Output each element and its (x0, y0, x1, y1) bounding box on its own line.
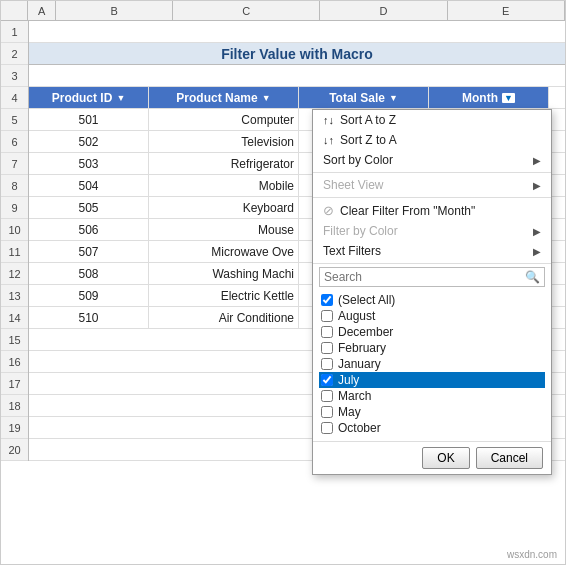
checkbox-item[interactable]: July (319, 372, 545, 388)
separator-2 (313, 197, 551, 198)
corner-cell (1, 1, 28, 20)
cell-id-501: 501 (29, 109, 149, 130)
row-num-4: 4 (1, 87, 28, 109)
separator-1 (313, 172, 551, 173)
cell-name-microwave: Microwave Ove (149, 241, 299, 262)
checkbox-input[interactable] (321, 390, 333, 402)
checkbox-label: January (338, 357, 381, 371)
cell-id-509: 509 (29, 285, 149, 306)
checkbox-item[interactable]: December (319, 324, 545, 340)
month-dropdown-arrow[interactable]: ▼ (502, 93, 515, 103)
row-num-6: 6 (1, 131, 28, 153)
filter-dropdown-menu: ↑↓ Sort A to Z ↓↑ Sort Z to A Sort by Co… (312, 109, 552, 475)
checkbox-item[interactable]: May (319, 404, 545, 420)
checkbox-item[interactable]: March (319, 388, 545, 404)
cell-id-502: 502 (29, 131, 149, 152)
checkbox-label: August (338, 309, 375, 323)
text-filters-label: Text Filters (323, 244, 381, 258)
cell-name-mobile: Mobile (149, 175, 299, 196)
column-headers: A B C D E (1, 1, 565, 21)
header-product-name: Product Name ▼ (149, 87, 299, 108)
search-box[interactable]: 🔍 (319, 267, 545, 287)
total-sale-dropdown-arrow[interactable]: ▼ (389, 93, 398, 103)
search-input[interactable] (320, 268, 521, 286)
checkbox-input[interactable] (321, 374, 333, 386)
header-product-id: Product ID ▼ (29, 87, 149, 108)
ok-button[interactable]: OK (422, 447, 469, 469)
watermark: wsxdn.com (507, 549, 557, 560)
col-header-e: E (448, 1, 566, 20)
sort-za-icon: ↓↑ (323, 134, 334, 146)
row-num-7: 7 (1, 153, 28, 175)
cancel-button[interactable]: Cancel (476, 447, 543, 469)
checkbox-label: (Select All) (338, 293, 395, 307)
sort-az-icon: ↑↓ (323, 114, 334, 126)
checkbox-input[interactable] (321, 406, 333, 418)
sort-by-color-arrow: ▶ (533, 155, 541, 166)
col-header-a: A (28, 1, 55, 20)
table-header-row: Product ID ▼ Product Name ▼ Total Sale ▼… (29, 87, 565, 109)
row-3 (29, 65, 565, 87)
cell-id-510: 510 (29, 307, 149, 328)
sheet-view-item[interactable]: Sheet View ▶ (313, 175, 551, 195)
cell-name-mouse: Mouse (149, 219, 299, 240)
cell-id-505: 505 (29, 197, 149, 218)
sheet-view-label: Sheet View (323, 178, 384, 192)
col-header-c: C (173, 1, 320, 20)
row-num-20: 20 (1, 439, 28, 461)
checkbox-input[interactable] (321, 342, 333, 354)
checkbox-label: February (338, 341, 386, 355)
checkbox-label: March (338, 389, 371, 403)
clear-filter-item[interactable]: ⊘ Clear Filter From "Month" (313, 200, 551, 221)
row-num-15: 15 (1, 329, 28, 351)
checkbox-item[interactable]: (Select All) (319, 292, 545, 308)
col-header-b: B (56, 1, 174, 20)
cell-name-refrigerator: Refrigerator (149, 153, 299, 174)
cell-id-507: 507 (29, 241, 149, 262)
sort-a-to-z-item[interactable]: ↑↓ Sort A to Z (313, 110, 551, 130)
filter-by-color-arrow: ▶ (533, 226, 541, 237)
row-num-8: 8 (1, 175, 28, 197)
checkbox-input[interactable] (321, 310, 333, 322)
checkbox-input[interactable] (321, 294, 333, 306)
spreadsheet: A B C D E 1 2 3 4 5 6 7 8 9 10 11 12 13 … (0, 0, 566, 565)
page-title: Filter Value with Macro (221, 46, 373, 62)
clear-filter-label: Clear Filter From "Month" (340, 204, 475, 218)
row-num-19: 19 (1, 417, 28, 439)
search-icon: 🔍 (521, 268, 544, 286)
menu-footer: OK Cancel (313, 441, 551, 474)
checkbox-item[interactable]: February (319, 340, 545, 356)
checkbox-input[interactable] (321, 358, 333, 370)
row-num-14: 14 (1, 307, 28, 329)
checkbox-item[interactable]: August (319, 308, 545, 324)
text-filters-item[interactable]: Text Filters ▶ (313, 241, 551, 261)
sort-by-color-item[interactable]: Sort by Color ▶ (313, 150, 551, 170)
product-name-dropdown-arrow[interactable]: ▼ (262, 93, 271, 103)
clear-filter-icon: ⊘ (323, 203, 334, 218)
filter-by-color-item[interactable]: Filter by Color ▶ (313, 221, 551, 241)
sort-az-label: Sort A to Z (340, 113, 396, 127)
cell-id-503: 503 (29, 153, 149, 174)
cell-id-508: 508 (29, 263, 149, 284)
row-num-3: 3 (1, 65, 28, 87)
row-num-5: 5 (1, 109, 28, 131)
header-total-sale: Total Sale ▼ (299, 87, 429, 108)
checkbox-input[interactable] (321, 326, 333, 338)
row-num-10: 10 (1, 219, 28, 241)
row-2-title: Filter Value with Macro (29, 43, 565, 65)
row-num-16: 16 (1, 351, 28, 373)
text-filters-arrow: ▶ (533, 246, 541, 257)
sheet-view-arrow: ▶ (533, 180, 541, 191)
row-1 (29, 21, 565, 43)
checkbox-item[interactable]: October (319, 420, 545, 436)
cell-name-keyboard: Keyboard (149, 197, 299, 218)
header-month: Month ▼ (429, 87, 549, 108)
product-id-dropdown-arrow[interactable]: ▼ (116, 93, 125, 103)
sort-z-to-a-item[interactable]: ↓↑ Sort Z to A (313, 130, 551, 150)
checkbox-item[interactable]: January (319, 356, 545, 372)
checkbox-label: May (338, 405, 361, 419)
checkbox-label: July (338, 373, 359, 387)
checkbox-label: December (338, 325, 393, 339)
cell-name-kettle: Electric Kettle (149, 285, 299, 306)
checkbox-input[interactable] (321, 422, 333, 434)
